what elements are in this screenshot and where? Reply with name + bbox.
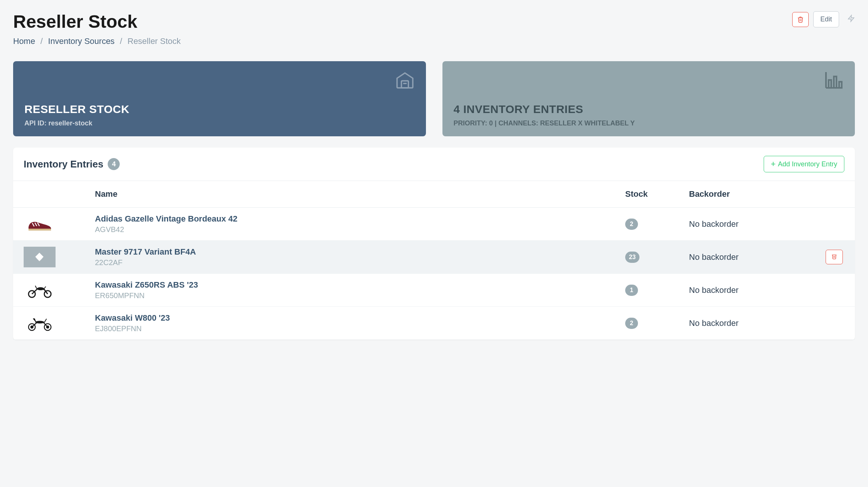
stock-badge: 1 — [625, 285, 638, 296]
svg-rect-1 — [401, 81, 408, 88]
add-inventory-entry-button[interactable]: + Add Inventory Entry — [764, 156, 844, 172]
product-sku: 22C2AF — [95, 258, 612, 267]
product-sku: AGVB42 — [95, 225, 612, 234]
product-name[interactable]: Adidas Gazelle Vintage Bordeaux 42 — [95, 214, 612, 224]
entries-count-badge: 4 — [108, 158, 120, 170]
svg-point-19 — [35, 321, 44, 323]
product-thumbnail — [24, 313, 56, 333]
backorder-text: No backorder — [689, 252, 739, 262]
product-sku: ER650MPFNN — [95, 291, 612, 300]
backorder-text: No backorder — [689, 219, 739, 229]
card-source: RESELLER STOCK API ID: reseller-stock — [13, 61, 426, 136]
svg-rect-5 — [829, 80, 831, 88]
product-name[interactable]: Master 9717 Variant BF4A — [95, 247, 612, 257]
svg-rect-6 — [834, 77, 836, 88]
plus-icon: + — [771, 160, 776, 168]
stock-badge: 2 — [625, 318, 638, 329]
card-entries-sub: PRIORITY: 0 | CHANNELS: RESELLER X WHITE… — [454, 119, 844, 127]
svg-rect-8 — [29, 229, 51, 231]
card-source-title: RESELLER STOCK — [24, 103, 415, 116]
col-backorder: Backorder — [682, 181, 802, 208]
trash-icon — [797, 16, 804, 23]
delete-button[interactable] — [792, 12, 809, 27]
card-entries: 4 INVENTORY ENTRIES PRIORITY: 0 | CHANNE… — [442, 61, 855, 136]
breadcrumb: Home / Inventory Sources / Reseller Stoc… — [13, 36, 181, 46]
backorder-text: No backorder — [689, 285, 739, 295]
table-row[interactable]: Kawasaki Z650RS ABS '23ER650MPFNN1No bac… — [13, 274, 855, 307]
col-stock: Stock — [618, 181, 682, 208]
product-thumbnail — [24, 280, 56, 300]
card-entries-title: 4 INVENTORY ENTRIES — [454, 103, 844, 116]
product-name[interactable]: Kawasaki W800 '23 — [95, 313, 612, 323]
warehouse-icon — [394, 69, 415, 92]
table-row[interactable]: Adidas Gazelle Vintage Bordeaux 42AGVB42… — [13, 208, 855, 241]
svg-point-14 — [37, 287, 44, 290]
row-delete-button[interactable] — [826, 250, 843, 264]
svg-marker-0 — [848, 15, 854, 21]
stock-badge: 23 — [625, 252, 639, 263]
trash-icon — [831, 253, 837, 259]
breadcrumb-current: Reseller Stock — [128, 36, 181, 46]
col-name: Name — [88, 181, 618, 208]
page-title: Reseller Stock — [13, 11, 181, 32]
breadcrumb-inventory-sources[interactable]: Inventory Sources — [48, 36, 114, 46]
backorder-text: No backorder — [689, 318, 739, 328]
card-source-sub: API ID: reseller-stock — [24, 119, 415, 127]
edit-button[interactable]: Edit — [813, 11, 839, 27]
breadcrumb-separator: / — [120, 36, 122, 46]
product-sku: EJ800EPFNN — [95, 324, 612, 333]
inventory-panel: Inventory Entries 4 + Add Inventory Entr… — [13, 148, 855, 340]
table-row[interactable]: Master 9717 Variant BF4A22C2AF23No backo… — [13, 241, 855, 274]
breadcrumb-separator: / — [41, 36, 43, 46]
product-thumbnail — [24, 247, 56, 267]
svg-rect-7 — [839, 82, 842, 88]
table-row[interactable]: Kawasaki W800 '23EJ800EPFNN2No backorder — [13, 307, 855, 340]
bar-chart-icon — [823, 69, 844, 92]
inventory-table: Name Stock Backorder Adidas Gazelle Vint… — [13, 181, 855, 340]
panel-title: Inventory Entries 4 — [24, 158, 120, 170]
lightning-icon[interactable] — [847, 14, 855, 25]
breadcrumb-home[interactable]: Home — [13, 36, 35, 46]
product-name[interactable]: Kawasaki Z650RS ABS '23 — [95, 280, 612, 290]
product-thumbnail — [24, 214, 56, 234]
stock-badge: 2 — [625, 219, 638, 230]
